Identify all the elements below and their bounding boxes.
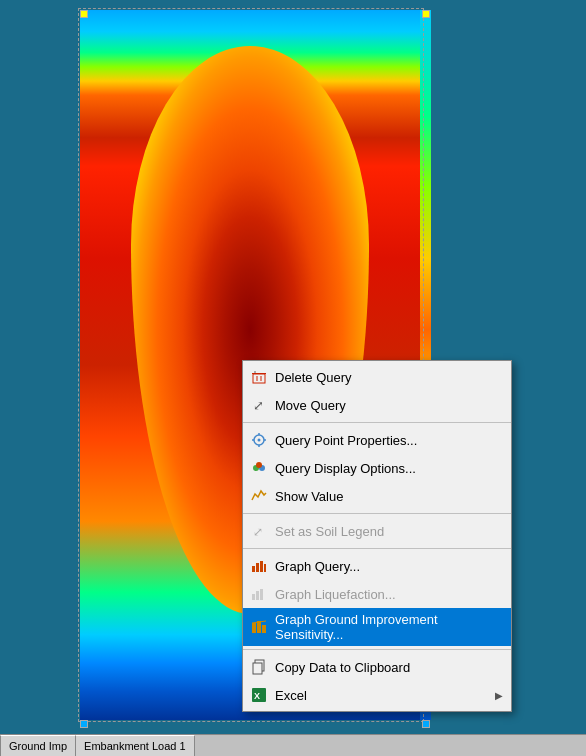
- status-tab-ground-imp[interactable]: Ground Imp: [0, 735, 76, 756]
- delete-icon: [249, 367, 269, 387]
- svg-rect-18: [260, 561, 263, 572]
- svg-text:⤢: ⤢: [253, 398, 264, 413]
- move-icon: ⤢: [249, 395, 269, 415]
- properties-icon: [249, 430, 269, 450]
- excel-submenu-arrow: ▶: [495, 690, 503, 701]
- menu-item-query-display[interactable]: Query Display Options...: [243, 454, 511, 482]
- menu-item-delete-query[interactable]: Delete Query: [243, 363, 511, 391]
- svg-text:X: X: [254, 691, 260, 701]
- ground-imp-tab-label: Ground Imp: [9, 740, 67, 752]
- excel-label: Excel: [275, 688, 495, 703]
- query-point-props-label: Query Point Properties...: [275, 433, 503, 448]
- soil-legend-label: Set as Soil Legend: [275, 524, 503, 539]
- value-icon: [249, 486, 269, 506]
- move-query-label: Move Query: [275, 398, 503, 413]
- svg-rect-20: [252, 594, 255, 600]
- menu-item-graph-liquefaction[interactable]: Graph Liquefaction...: [243, 580, 511, 608]
- display-icon: [249, 458, 269, 478]
- query-display-label: Query Display Options...: [275, 461, 503, 476]
- svg-rect-17: [256, 563, 259, 572]
- svg-rect-28: [253, 663, 262, 674]
- separator-4: [243, 649, 511, 650]
- liquefaction-icon: [249, 584, 269, 604]
- menu-item-graph-ground[interactable]: Graph Ground Improvement Sensitivity...: [243, 608, 511, 646]
- graph-icon: [249, 556, 269, 576]
- status-bar: Ground Imp Embankment Load 1: [0, 734, 586, 756]
- menu-item-query-point-props[interactable]: Query Point Properties...: [243, 426, 511, 454]
- svg-text:⤢: ⤢: [253, 525, 263, 539]
- separator-1: [243, 422, 511, 423]
- menu-item-excel[interactable]: X Excel ▶: [243, 681, 511, 709]
- svg-rect-2: [253, 374, 265, 383]
- context-menu: Delete Query ⤢ Move Query Query Point Pr…: [242, 360, 512, 712]
- graph-ground-label: Graph Ground Improvement Sensitivity...: [275, 612, 503, 642]
- status-tab-embankment[interactable]: Embankment Load 1: [76, 735, 195, 756]
- corner-marker-bl: [80, 720, 88, 728]
- separator-3: [243, 548, 511, 549]
- menu-item-soil-legend[interactable]: ⤢ Set as Soil Legend: [243, 517, 511, 545]
- corner-marker-br: [422, 720, 430, 728]
- svg-rect-23: [252, 623, 256, 633]
- menu-item-move-query[interactable]: ⤢ Move Query: [243, 391, 511, 419]
- graph-liquefaction-label: Graph Liquefaction...: [275, 587, 503, 602]
- copy-icon: [249, 657, 269, 677]
- corner-marker-tl: [80, 10, 88, 18]
- svg-point-7: [258, 439, 261, 442]
- excel-icon: X: [249, 685, 269, 705]
- graph-query-label: Graph Query...: [275, 559, 503, 574]
- menu-item-copy-data[interactable]: Copy Data to Clipboard: [243, 653, 511, 681]
- svg-rect-0: [254, 371, 256, 373]
- svg-rect-24: [257, 621, 261, 633]
- menu-item-graph-query[interactable]: Graph Query...: [243, 552, 511, 580]
- delete-query-label: Delete Query: [275, 370, 503, 385]
- svg-rect-16: [252, 566, 255, 572]
- copy-data-label: Copy Data to Clipboard: [275, 660, 503, 675]
- svg-rect-25: [262, 625, 266, 633]
- svg-point-14: [256, 462, 262, 468]
- svg-rect-19: [264, 564, 266, 572]
- menu-item-show-value[interactable]: Show Value: [243, 482, 511, 510]
- legend-icon: ⤢: [249, 521, 269, 541]
- show-value-label: Show Value: [275, 489, 503, 504]
- corner-marker-tr: [422, 10, 430, 18]
- embankment-tab-label: Embankment Load 1: [84, 740, 186, 752]
- ground-icon: [249, 617, 269, 637]
- separator-2: [243, 513, 511, 514]
- svg-rect-22: [260, 589, 263, 600]
- svg-rect-21: [256, 591, 259, 600]
